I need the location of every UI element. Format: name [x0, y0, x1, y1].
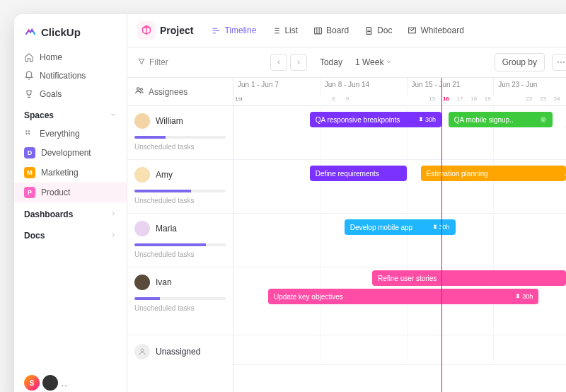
day-label [317, 96, 331, 105]
chevron-right-icon [110, 209, 117, 219]
info-icon[interactable] [540, 116, 547, 123]
day-label [248, 96, 262, 105]
space-product[interactable]: P Product [14, 183, 127, 202]
week-label: Jun 1 - Jun 7 [233, 78, 320, 96]
unscheduled-label[interactable]: Unscheduled tasks [134, 143, 226, 151]
user-more-icon[interactable]: ‥ [61, 377, 67, 388]
task-duration: 30h [515, 293, 533, 300]
avatar [134, 221, 150, 236]
task-bar[interactable]: Estimation planning [421, 166, 566, 181]
nav-home[interactable]: Home [14, 48, 127, 67]
timeline-icon [212, 26, 221, 35]
assignee-row-maria[interactable]: Maria Unscheduled tasks [127, 214, 233, 267]
task-label: Estimation planning [427, 170, 488, 178]
view-board[interactable]: Board [308, 22, 354, 39]
view-timeline[interactable]: Timeline [206, 22, 262, 39]
view-label: List [284, 25, 298, 35]
topbar: Project Timeline List Board Doc Whiteboa… [127, 14, 566, 47]
whiteboard-icon [408, 26, 417, 35]
date-nav [270, 54, 307, 71]
view-list[interactable]: List [266, 22, 304, 39]
task-duration: 30h [418, 116, 436, 123]
day-label: 15 [427, 96, 441, 105]
day-label [386, 96, 400, 105]
space-label: Product [41, 188, 70, 197]
trophy-icon [24, 89, 34, 99]
brand-logo[interactable]: ClickUp [14, 23, 127, 48]
unassigned-label: Unassigned [156, 347, 200, 357]
day-label: 1st [233, 96, 248, 105]
avatar [134, 113, 150, 129]
svg-point-6 [137, 88, 140, 91]
unscheduled-label[interactable]: Unscheduled tasks [134, 304, 226, 312]
more-button[interactable]: ⋯ [552, 54, 566, 71]
unscheduled-label[interactable]: Unscheduled tasks [134, 197, 226, 204]
assignee-row-amy[interactable]: Amy Unscheduled tasks [127, 160, 233, 214]
today-button[interactable]: Today [314, 54, 348, 70]
spaces-header[interactable]: Spaces [14, 103, 127, 125]
space-marketing[interactable]: M Marketing [14, 163, 127, 183]
week-label: Jun 23 - Jun [493, 78, 566, 96]
unscheduled-label[interactable]: Unscheduled tasks [134, 250, 226, 258]
assignee-name: Ivan [156, 277, 172, 287]
timeline-row: Refine user storiesUpdate key objectives… [233, 267, 566, 335]
svg-point-7 [140, 88, 142, 91]
range-selector[interactable]: 1 Week [355, 57, 392, 67]
docs-header[interactable]: Docs [14, 224, 127, 245]
timeline-body: QA responsive breakpoints30hQA mobile si… [233, 106, 566, 365]
assignee-header-label: Assignees [149, 87, 187, 97]
week-label: Jun 8 - Jun 14 [320, 78, 407, 96]
space-everything[interactable]: Everything [14, 125, 127, 143]
range-label: 1 Week [355, 57, 383, 67]
timeline: Assignees William Unscheduled tasks Amy … [127, 78, 566, 392]
next-button[interactable] [290, 54, 307, 71]
day-label [261, 96, 275, 105]
nav-label: Home [40, 52, 62, 62]
dashboards-header[interactable]: Dashboards [14, 202, 127, 224]
assignee-header[interactable]: Assignees [127, 78, 233, 106]
task-bar[interactable]: Update key objectives30h [268, 289, 538, 304]
assignee-row-william[interactable]: William Unscheduled tasks [127, 106, 233, 160]
view-whiteboard[interactable]: Whiteboard [402, 22, 469, 39]
brand-name: ClickUp [41, 26, 81, 38]
day-label [511, 96, 525, 105]
day-label: 19 [483, 96, 497, 105]
home-icon [24, 52, 34, 62]
sidebar: ClickUp Home Notifications Goals Spaces … [14, 14, 127, 392]
grid-dots-icon [24, 129, 34, 139]
task-label: Update key objectives [274, 293, 343, 301]
task-bar[interactable]: Develop mobile app30h [345, 219, 456, 235]
chevron-right-icon [110, 231, 117, 241]
task-label: QA responsive breakpoints [316, 116, 400, 124]
day-label [358, 96, 372, 105]
svg-point-1 [28, 130, 30, 132]
timeline-grid[interactable]: Jun 1 - Jun 7Jun 8 - Jun 14Jun 15 - Jun … [233, 78, 566, 392]
day-label [303, 96, 317, 105]
view-label: Board [326, 25, 349, 35]
svg-point-3 [28, 133, 30, 134]
spaces-label: Spaces [24, 110, 54, 120]
avatar [134, 275, 150, 290]
day-label [497, 96, 511, 105]
task-bar[interactable]: QA mobile signup.. [449, 112, 553, 127]
people-icon [134, 86, 144, 98]
user-avatar[interactable] [42, 375, 58, 391]
assignee-row-ivan[interactable]: Ivan Unscheduled tasks [127, 267, 233, 335]
task-bar[interactable]: QA responsive breakpoints30h [310, 112, 441, 127]
space-development[interactable]: D Development [14, 143, 127, 163]
nav-goals[interactable]: Goals [14, 85, 127, 103]
space-badge: D [24, 147, 35, 158]
current-user-avatar[interactable]: S [24, 375, 40, 391]
group-by-button[interactable]: Group by [495, 53, 545, 71]
doc-icon [364, 26, 374, 35]
view-doc[interactable]: Doc [359, 22, 398, 39]
nav-notifications[interactable]: Notifications [14, 67, 127, 85]
avatar [134, 167, 150, 183]
space-label: Everything [40, 129, 80, 139]
task-bar[interactable]: Define requirements [310, 166, 407, 181]
filter-button[interactable]: Filter [137, 57, 168, 68]
assignee-row-unassigned[interactable]: Unassigned [127, 335, 233, 368]
prev-button[interactable] [270, 54, 287, 71]
footer-users[interactable]: S ‥ [14, 368, 127, 392]
task-bar[interactable]: Refine user stories [372, 270, 566, 286]
